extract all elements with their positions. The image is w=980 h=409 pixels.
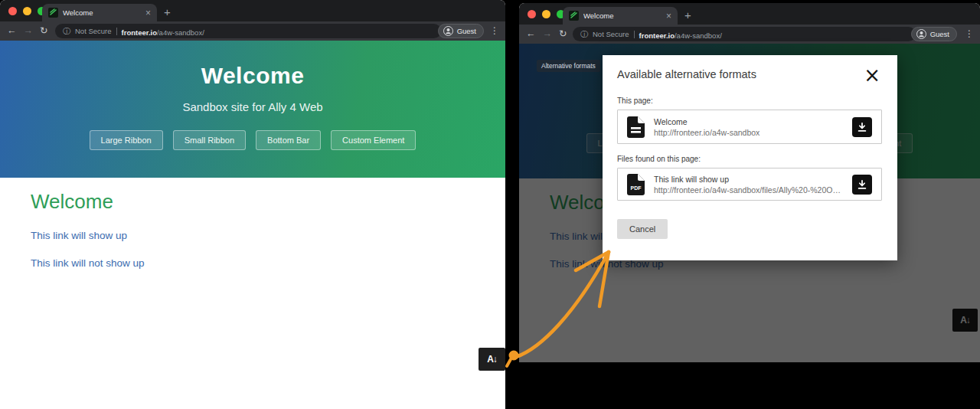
forward-icon[interactable]: → [543, 29, 553, 39]
omnibox-divider [634, 31, 635, 38]
link-will-not-show-up[interactable]: This link will not show up [31, 257, 505, 269]
person-icon [916, 29, 926, 39]
hero-subtitle: Sandbox site for Ally 4 Web [0, 100, 505, 113]
pdf-file-icon: PDF [627, 174, 645, 195]
url-host: fronteer.io [122, 28, 157, 37]
url-path: /a4w-sandbox/ [157, 28, 204, 37]
modal-title: Available alternative formats [617, 68, 864, 80]
alternative-formats-button[interactable]: A↓ [479, 348, 505, 371]
custom-element-button[interactable]: Custom Element [331, 130, 416, 150]
site-favicon-icon [48, 8, 58, 18]
info-icon[interactable]: ⓘ [63, 26, 70, 37]
screenshot-stage: Welcome × + ← → ↻ ⓘ Not Secure fronteer.… [0, 0, 980, 409]
profile-label: Guest [457, 27, 476, 35]
kebab-menu-icon[interactable]: ⋮ [490, 25, 499, 36]
profile-label: Guest [930, 30, 949, 38]
address-bar[interactable]: ⓘ Not Secure fronteer.io/a4w-sandbox/ [55, 24, 441, 38]
page-content: Welcome This link will show up This link… [0, 178, 505, 269]
info-icon[interactable]: ⓘ [580, 29, 588, 40]
site-favicon-icon [569, 11, 579, 21]
document-file-icon [627, 116, 645, 138]
format-row-pdf[interactable]: PDF This link will show up http://fronte… [617, 168, 882, 201]
back-icon[interactable]: ← [526, 29, 536, 39]
tab-title: Welcome [63, 8, 141, 17]
bottom-bar-button[interactable]: Bottom Bar [256, 130, 321, 150]
hero-banner: Welcome Sandbox site for Ally 4 Web Larg… [0, 41, 505, 178]
alternative-formats-modal: Available alternative formats × This pag… [603, 55, 897, 260]
download-icon [857, 179, 867, 190]
this-page-label: This page: [617, 97, 882, 105]
kebab-menu-icon[interactable]: ⋮ [965, 28, 974, 39]
profile-chip[interactable]: Guest [438, 24, 484, 38]
tab-welcome[interactable]: Welcome × [563, 7, 678, 25]
omnibox-divider [116, 28, 117, 35]
a11y-download-icon: A↓ [487, 354, 497, 365]
forward-icon[interactable]: → [24, 26, 34, 36]
address-bar[interactable]: ⓘ Not Secure fronteer.io/a4w-sandbox/ [573, 27, 916, 41]
download-icon [857, 122, 867, 133]
security-label: Not Secure [593, 30, 629, 38]
large-ribbon-button[interactable]: Large Ribbon [90, 130, 163, 150]
minimize-window-button[interactable] [23, 7, 31, 15]
security-label: Not Secure [75, 27, 112, 35]
browser-toolbar: ← → ↻ ⓘ Not Secure fronteer.io/a4w-sandb… [519, 25, 980, 44]
svg-text:PDF: PDF [631, 185, 642, 191]
cancel-button[interactable]: Cancel [617, 219, 668, 239]
close-window-button[interactable] [528, 10, 536, 18]
person-icon [443, 26, 453, 36]
download-button[interactable] [852, 117, 872, 137]
link-will-show-up[interactable]: This link will show up [31, 230, 505, 241]
small-ribbon-button[interactable]: Small Ribbon [173, 130, 246, 150]
hero-button-row: Large Ribbon Small Ribbon Bottom Bar Cus… [0, 130, 505, 150]
tab-title: Welcome [583, 11, 662, 20]
minimize-window-button[interactable] [542, 10, 550, 18]
tab-close-icon[interactable]: × [145, 8, 151, 18]
new-tab-button[interactable]: + [164, 5, 171, 20]
content-heading: Welcome [31, 190, 505, 214]
format-title: Welcome [654, 117, 843, 126]
format-url: http://fronteer.io/a4w-sandbox/files/All… [654, 185, 843, 195]
profile-chip[interactable]: Guest [911, 27, 957, 41]
reload-icon[interactable]: ↻ [559, 29, 567, 39]
format-url: http://fronteer.io/a4w-sandbox [654, 128, 843, 137]
browser-window-right: Welcome × + ← → ↻ ⓘ Not Secure fronteer.… [519, 3, 980, 362]
files-found-label: Files found on this page: [617, 155, 882, 163]
close-window-button[interactable] [8, 7, 17, 15]
browser-window-left: Welcome × + ← → ↻ ⓘ Not Secure fronteer.… [0, 0, 505, 409]
url-path: /a4w-sandbox/ [675, 31, 722, 40]
url-host: fronteer.io [639, 31, 675, 40]
new-tab-button[interactable]: + [684, 8, 691, 23]
web-page: Welcome Sandbox site for Ally 4 Web Larg… [0, 41, 505, 409]
tab-strip: Welcome × + [0, 0, 505, 21]
alternative-formats-tooltip: Alternative formats [537, 60, 600, 72]
close-icon[interactable]: × [864, 68, 880, 82]
back-icon[interactable]: ← [7, 26, 17, 36]
tab-close-icon[interactable]: × [666, 11, 671, 21]
download-button[interactable] [852, 175, 872, 195]
hero-title: Welcome [0, 41, 505, 89]
reload-icon[interactable]: ↻ [40, 26, 47, 36]
format-title: This link will show up [654, 175, 843, 184]
format-row-page[interactable]: Welcome http://fronteer.io/a4w-sandbox [617, 110, 882, 144]
browser-toolbar: ← → ↻ ⓘ Not Secure fronteer.io/a4w-sandb… [0, 21, 505, 41]
tab-welcome[interactable]: Welcome × [42, 4, 157, 21]
window-controls[interactable] [8, 7, 46, 15]
tab-strip: Welcome × + [519, 3, 980, 25]
window-controls[interactable] [528, 10, 565, 18]
web-page: Welcome Sandbox site for Ally 4 Web Larg… [519, 44, 980, 362]
